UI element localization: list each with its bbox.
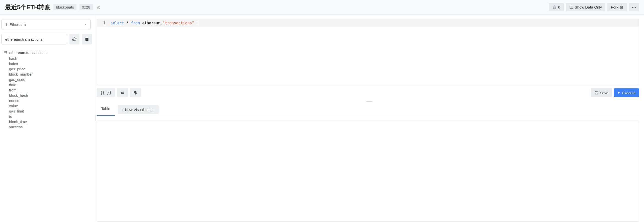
code-content[interactable]: select * from ethereum."transactions" xyxy=(108,19,639,27)
svg-point-5 xyxy=(632,7,633,8)
editor-body[interactable] xyxy=(97,27,639,85)
indent-icon xyxy=(121,91,125,94)
toolbar-left: {{ }} xyxy=(97,88,141,97)
format-button[interactable] xyxy=(117,88,128,97)
table-icon xyxy=(569,5,573,9)
keyword-from: from xyxy=(131,21,140,25)
vertical-resize-handle[interactable] xyxy=(95,15,97,221)
column-item[interactable]: block_hash xyxy=(9,93,92,98)
table-grid-icon xyxy=(4,51,7,54)
column-item[interactable]: to xyxy=(9,114,92,119)
snippet-icon xyxy=(134,91,138,95)
dataset-select[interactable]: 1. Ethereum xyxy=(2,20,91,29)
star-icon xyxy=(553,5,557,9)
svg-marker-0 xyxy=(553,6,556,9)
tag-address[interactable]: 0x26 xyxy=(79,4,93,10)
search-row xyxy=(1,34,92,44)
header-left: 最近5个ETH转账 blockbeats 0x26 xyxy=(5,3,100,11)
horizontal-resize-handle[interactable] xyxy=(97,100,641,102)
star-count: 0 xyxy=(558,5,560,9)
chevron-down-icon xyxy=(84,23,87,26)
code-line: 1 select * from ethereum."transactions" xyxy=(97,19,639,27)
parameters-button[interactable]: {{ }} xyxy=(97,88,115,97)
line-number: 1 xyxy=(97,19,108,27)
show-data-button[interactable]: Show Data Only xyxy=(566,3,605,11)
editor-toolbar: {{ }} Save xyxy=(97,85,641,100)
new-visualization-button[interactable]: + New Visualization xyxy=(118,105,159,114)
fork-label: Fork xyxy=(611,5,618,9)
toolbar-right: Save Execute xyxy=(591,88,639,97)
play-icon xyxy=(617,91,620,94)
token-schema: ethereum. xyxy=(142,21,162,25)
snippet-button[interactable] xyxy=(130,88,141,97)
add-button[interactable] xyxy=(82,34,92,44)
content-area: 1 select * from ethereum."transactions" … xyxy=(97,15,644,221)
pencil-icon[interactable] xyxy=(97,6,100,9)
column-item[interactable]: data xyxy=(9,82,92,87)
dataset-selected-label: 1. Ethereum xyxy=(5,22,26,27)
column-item[interactable]: block_time xyxy=(9,119,92,124)
results-area xyxy=(97,121,639,221)
sql-editor[interactable]: 1 select * from ethereum."transactions" xyxy=(97,19,639,85)
column-item[interactable]: block_number xyxy=(9,72,92,77)
table-search-input[interactable] xyxy=(2,34,67,44)
column-item[interactable]: gas_used xyxy=(9,77,92,82)
column-item[interactable]: gas_price xyxy=(9,66,92,72)
external-link-icon xyxy=(620,6,623,9)
svg-rect-1 xyxy=(570,6,573,9)
token-table: "transactions" xyxy=(163,21,194,25)
show-data-label: Show Data Only xyxy=(575,5,602,9)
execute-button[interactable]: Execute xyxy=(614,88,639,97)
column-item[interactable]: gas_limit xyxy=(9,108,92,114)
save-button[interactable]: Save xyxy=(591,88,612,97)
main-area: 1. Ethereum ethereum.transactions xyxy=(0,15,644,221)
result-tabs: Table + New Visualization xyxy=(97,102,639,116)
page-title: 最近5个ETH转账 xyxy=(5,3,50,11)
column-item[interactable]: nonce xyxy=(9,98,92,103)
star-button[interactable]: 0 xyxy=(549,3,564,11)
table-header[interactable]: ethereum.transactions xyxy=(1,49,92,56)
ellipsis-icon xyxy=(632,7,636,8)
tab-table[interactable]: Table xyxy=(97,103,115,116)
refresh-icon xyxy=(72,37,76,41)
drag-handle-icon xyxy=(366,101,372,102)
svg-point-6 xyxy=(633,7,634,8)
column-item[interactable]: hash xyxy=(9,56,92,61)
cursor xyxy=(198,21,200,25)
column-item[interactable]: index xyxy=(9,61,92,66)
svg-point-7 xyxy=(635,7,636,8)
tag-author[interactable]: blockbeats xyxy=(53,4,76,10)
keyword-select: select xyxy=(111,21,124,25)
save-label: Save xyxy=(600,91,608,95)
sidebar: 1. Ethereum ethereum.transactions xyxy=(0,15,95,221)
svg-marker-21 xyxy=(618,92,620,94)
refresh-button[interactable] xyxy=(69,34,79,44)
fork-button[interactable]: Fork xyxy=(607,3,627,11)
header-right: 0 Show Data Only Fork xyxy=(549,3,639,11)
page-header: 最近5个ETH转账 blockbeats 0x26 0 Show Data On… xyxy=(0,0,644,15)
plus-square-icon xyxy=(85,37,89,41)
column-list: hash index gas_price block_number gas_us… xyxy=(1,56,92,130)
column-item[interactable]: success xyxy=(9,124,92,130)
save-icon xyxy=(595,91,598,95)
column-item[interactable]: from xyxy=(9,87,92,93)
table-name: ethereum.transactions xyxy=(9,50,46,55)
column-item[interactable]: value xyxy=(9,103,92,108)
svg-rect-11 xyxy=(4,51,7,54)
more-button[interactable] xyxy=(629,3,639,11)
execute-label: Execute xyxy=(622,91,635,95)
